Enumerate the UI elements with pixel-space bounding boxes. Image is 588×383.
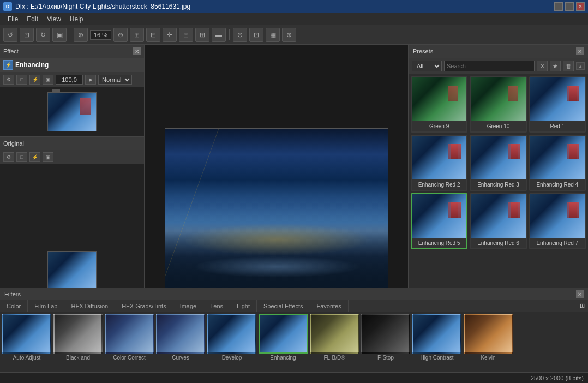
filter-thumb-blackwhite bbox=[53, 314, 103, 354]
effect-controls: ⚙ □ ⚡ ▣ ▶ Normal bbox=[0, 72, 144, 87]
filter-thumb-autoadjust bbox=[2, 314, 51, 354]
toolbar: ↺ ⊡ ↻ ▣ ⊕ 16 % ⊖ ⊞ ⊟ ✛ ⊟ ⊞ ▬ ⊙ ⊡ ▦ ⊕ bbox=[0, 25, 588, 45]
preset-item-red1[interactable]: Red 1 bbox=[529, 76, 586, 133]
filter-thumb-fstop bbox=[361, 314, 410, 354]
maximize-button[interactable]: □ bbox=[565, 2, 574, 11]
preset-item-enhred6[interactable]: Enhancing Red 6 bbox=[470, 193, 526, 249]
filter-item-fstop[interactable]: F-Stop bbox=[361, 314, 410, 362]
filter-item-curves[interactable]: Curves bbox=[156, 314, 205, 362]
filter-label-colorcorrect: Color Correct bbox=[105, 354, 154, 362]
filter-thumb-enhancing bbox=[259, 314, 308, 354]
filter-label-enhancing: Enhancing bbox=[259, 354, 308, 362]
filter-label-autoadjust: Auto Adjust bbox=[2, 354, 51, 362]
pan-button[interactable]: ✛ bbox=[163, 28, 177, 42]
menu-help[interactable]: Help bbox=[65, 14, 88, 24]
preset-item-enhred5[interactable]: Enhancing Red 5 bbox=[411, 193, 467, 249]
effect-layer-btn[interactable]: ▣ bbox=[43, 75, 53, 85]
app-icon: D bbox=[3, 2, 12, 11]
filter-tab-light[interactable]: Light bbox=[230, 300, 257, 312]
filters-close-btn[interactable]: ✕ bbox=[576, 290, 584, 298]
preset-label-enhred6: Enhancing Red 6 bbox=[471, 238, 525, 248]
filter-item-highcontrast[interactable]: High Contrast bbox=[412, 314, 461, 362]
preset-delete-btn[interactable]: 🗑 bbox=[563, 61, 574, 71]
filter-grid-toggle[interactable]: ⊞ bbox=[577, 302, 588, 309]
minimize-button[interactable]: ─ bbox=[554, 2, 563, 11]
filter-item-blackwhite[interactable]: Black and bbox=[53, 314, 103, 362]
preset-filter-select[interactable]: All bbox=[412, 61, 442, 71]
effect-settings-btn[interactable]: ⚙ bbox=[3, 75, 14, 85]
filter-thumb-develop bbox=[207, 314, 256, 354]
opacity-input[interactable] bbox=[56, 75, 83, 85]
opacity-arrow-btn[interactable]: ▶ bbox=[85, 75, 96, 85]
filter-item-kelvin[interactable]: Kelvin bbox=[464, 314, 513, 362]
refresh-button[interactable]: ↺ bbox=[3, 28, 17, 42]
orig-monitor-btn[interactable]: □ bbox=[16, 152, 27, 162]
filter-tab-color[interactable]: Color bbox=[0, 300, 28, 312]
export-button[interactable]: ⊡ bbox=[249, 28, 263, 42]
search-clear-btn[interactable]: ✕ bbox=[537, 61, 548, 71]
preset-label-green10: Green 10 bbox=[471, 121, 525, 131]
filter-tab-lens[interactable]: Lens bbox=[203, 300, 230, 312]
menu-view[interactable]: View bbox=[43, 14, 65, 24]
camera-button[interactable]: ⊙ bbox=[233, 28, 247, 42]
histogram-button[interactable]: ▦ bbox=[266, 28, 280, 42]
compare-button[interactable]: ▬ bbox=[212, 28, 226, 42]
filter-thumb-colorcorrect bbox=[105, 314, 154, 354]
effect-monitor-btn[interactable]: □ bbox=[16, 75, 27, 85]
preset-star-btn[interactable]: ★ bbox=[550, 61, 561, 71]
filter-item-colorcorrect[interactable]: Color Correct bbox=[105, 314, 154, 362]
crop-button[interactable]: ⊡ bbox=[20, 28, 34, 42]
zoom-out-button[interactable]: ⊖ bbox=[113, 28, 128, 42]
menu-edit[interactable]: Edit bbox=[22, 14, 43, 24]
frame-button[interactable]: ▣ bbox=[52, 28, 67, 42]
preset-item-green9[interactable]: Green 9 bbox=[411, 76, 467, 133]
preset-label-enhred2: Enhancing Red 2 bbox=[412, 179, 466, 190]
main-canvas-image bbox=[165, 128, 388, 300]
filter-tab-filmlab[interactable]: Film Lab bbox=[28, 300, 64, 312]
preset-item-enhred2[interactable]: Enhancing Red 2 bbox=[411, 135, 467, 191]
zoom-full-button[interactable]: ⊕ bbox=[282, 28, 296, 42]
filter-item-autoadjust[interactable]: Auto Adjust bbox=[2, 314, 51, 362]
filters-label: Filters bbox=[4, 291, 21, 297]
presets-scroll-up-btn[interactable]: ▲ bbox=[576, 62, 585, 70]
effect-lightning-btn[interactable]: ⚡ bbox=[29, 75, 40, 85]
close-button[interactable]: ✕ bbox=[576, 2, 585, 11]
orig-lightning-btn[interactable]: ⚡ bbox=[29, 152, 40, 162]
preset-item-enhred4[interactable]: Enhancing Red 4 bbox=[529, 135, 586, 191]
orig-settings-btn[interactable]: ⚙ bbox=[3, 152, 14, 162]
filter-tab-hfxdiffusion[interactable]: HFX Diffusion bbox=[64, 300, 115, 312]
filter-tab-specialfx[interactable]: Special Effects bbox=[257, 300, 310, 312]
split-h-button[interactable]: ⊞ bbox=[195, 28, 209, 42]
menu-file[interactable]: File bbox=[3, 14, 22, 24]
filter-item-flbd[interactable]: FL-B/D® bbox=[310, 314, 359, 362]
split-v-button[interactable]: ⊟ bbox=[179, 28, 193, 42]
zoom-in-button[interactable]: ⊕ bbox=[74, 28, 88, 42]
filter-thumb-kelvin bbox=[464, 314, 513, 354]
fit-button[interactable]: ⊞ bbox=[130, 28, 144, 42]
filter-tab-image[interactable]: Image bbox=[173, 300, 204, 312]
filter-tab-favorites[interactable]: Favorites bbox=[310, 300, 349, 312]
preset-item-enhred7[interactable]: Enhancing Red 7 bbox=[529, 193, 586, 249]
effect-section: Effect ✕ ⚡ Enhancing ⚙ □ ⚡ ▣ ▶ Normal ✕ bbox=[0, 45, 144, 137]
effect-preview-area: ✕ bbox=[0, 87, 144, 136]
orig-layer-btn[interactable]: ▣ bbox=[43, 152, 53, 162]
rotate-button[interactable]: ↻ bbox=[36, 28, 50, 42]
actual-size-button[interactable]: ⊟ bbox=[146, 28, 160, 42]
filter-item-develop[interactable]: Develop bbox=[207, 314, 256, 362]
image-info: 2500 x 2000 (8 bits) bbox=[531, 375, 584, 381]
preset-item-enhred3[interactable]: Enhancing Red 3 bbox=[470, 135, 526, 191]
filter-item-enhancing[interactable]: Enhancing bbox=[259, 314, 308, 362]
separator-2 bbox=[229, 29, 230, 40]
original-controls: ⚙ □ ⚡ ▣ bbox=[0, 150, 144, 164]
presets-title: Presets bbox=[413, 48, 433, 55]
filter-tab-hfxgrads[interactable]: HFX Grads/Tints bbox=[115, 300, 173, 312]
presets-close-button[interactable]: ✕ bbox=[576, 47, 584, 55]
effect-close-button[interactable]: ✕ bbox=[133, 47, 141, 55]
filter-thumb-highcontrast bbox=[412, 314, 461, 354]
preset-search-input[interactable] bbox=[444, 61, 535, 71]
preset-item-green10[interactable]: Green 10 bbox=[470, 76, 526, 133]
status-bar: 2500 x 2000 (8 bits) bbox=[0, 372, 588, 383]
blend-mode-select[interactable]: Normal bbox=[98, 75, 132, 85]
effect-preview-thumb bbox=[47, 92, 97, 131]
filter-label-curves: Curves bbox=[156, 354, 205, 362]
